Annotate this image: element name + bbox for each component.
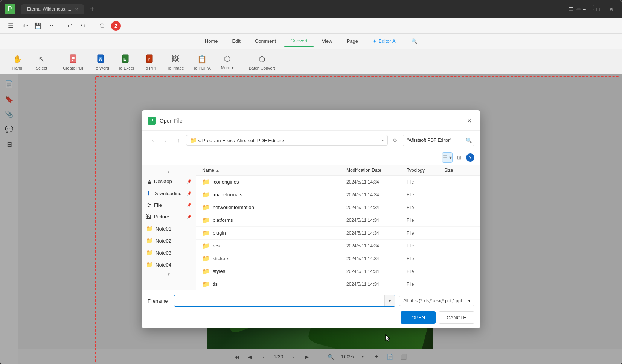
file-row-res[interactable]: 📁 res 2024/5/11 14:34 File xyxy=(196,240,480,252)
title-bar: P Eternal Wilderness...... ✕ + ☰ – □ ✕ xyxy=(0,0,622,18)
separator xyxy=(61,22,61,30)
dialog-close-button[interactable]: ✕ xyxy=(464,115,474,126)
folder-icon-2: 📁 xyxy=(202,191,210,198)
redo-button[interactable]: ↪ xyxy=(78,20,90,32)
to-image-button[interactable]: 🖼 To Image xyxy=(163,51,188,73)
tab-page[interactable]: Page xyxy=(340,36,365,46)
file-row-imageformats[interactable]: 📁 imageformats 2024/5/11 14:34 File xyxy=(196,188,480,201)
place-desktop[interactable]: 🖥 Desktop 📌 xyxy=(142,176,196,187)
to-pdfa-button[interactable]: 📋 To PDF/A xyxy=(189,51,215,73)
address-search-button[interactable]: 🔍 xyxy=(463,135,474,146)
to-excel-button[interactable]: E To Excel xyxy=(114,51,138,73)
dialog-body: ▲ 🖥 Desktop 📌 ⬇ Downloading 📌 🗂 xyxy=(142,165,480,290)
places-scroll-down: ▼ xyxy=(142,271,196,278)
places-panel: ▲ 🖥 Desktop 📌 ⬇ Downloading 📌 🗂 xyxy=(142,165,196,290)
file-menu-label[interactable]: File xyxy=(18,21,30,30)
note01-icon: 📁 xyxy=(146,225,153,232)
tab-comment[interactable]: Comment xyxy=(248,36,283,46)
undo-button[interactable]: ↩ xyxy=(64,20,76,32)
close-button[interactable]: ✕ xyxy=(605,5,617,14)
tab-view[interactable]: View xyxy=(315,36,339,46)
app-window: P Eternal Wilderness...... ✕ + ☰ – □ ✕ ☰… xyxy=(0,0,622,364)
desktop-pin-icon: 📌 xyxy=(187,179,191,184)
svg-rect-6 xyxy=(99,57,102,58)
col-name-header[interactable]: Name ▲ xyxy=(202,168,346,173)
file-row-iconengines[interactable]: 📁 iconengines 2024/5/11 14:34 File xyxy=(196,176,480,188)
app-tab[interactable]: Eternal Wilderness...... ✕ xyxy=(21,4,84,14)
file-row-networkinformation[interactable]: 📁 networkinformation 2024/5/11 14:34 Fil… xyxy=(196,201,480,214)
back-button[interactable]: ‹ xyxy=(148,135,158,146)
col-date-header[interactable]: Modification Date xyxy=(346,168,407,173)
up-button[interactable]: ↑ xyxy=(173,135,184,146)
place-downloading[interactable]: ⬇ Downloading 📌 xyxy=(142,187,196,199)
file-row-tls[interactable]: 📁 tls 2024/5/11 14:34 File xyxy=(196,278,480,290)
search-nav-button[interactable]: 🔍 xyxy=(404,36,424,46)
tab-close-icon[interactable]: ✕ xyxy=(75,7,78,11)
tab-editor-ai[interactable]: ✦ Editor AI xyxy=(366,36,404,47)
place-note04[interactable]: 📁 Note04 xyxy=(142,259,196,271)
address-bar: ‹ › ↑ 📁 « Program Files › Afirstsoft PDF… xyxy=(142,131,480,150)
to-excel-label: To Excel xyxy=(118,66,134,70)
batch-convert-button[interactable]: ⬡ Batch Convert xyxy=(245,51,279,73)
filetype-value: All files (*.xls;*.xlsx;*.ppt;*.ppt xyxy=(403,298,462,303)
to-word-button[interactable]: W To Word xyxy=(90,51,113,73)
to-ppt-icon: P xyxy=(144,53,156,65)
address-search-input[interactable] xyxy=(403,136,463,145)
new-tab-button[interactable]: + xyxy=(87,4,98,14)
tab-convert[interactable]: Convert xyxy=(284,36,314,47)
more-button[interactable]: ⬡ More ▾ xyxy=(216,50,239,73)
folder-icon: 📁 xyxy=(202,178,210,185)
create-pdf-button[interactable]: Create PDF xyxy=(59,51,88,73)
hand-tool-button[interactable]: ✋ Hand xyxy=(6,51,29,73)
filename-input[interactable] xyxy=(174,296,384,306)
refresh-button[interactable]: ⟳ xyxy=(390,135,401,146)
help-button[interactable]: ? xyxy=(466,153,474,162)
batch-convert-icon: ⬡ xyxy=(256,53,268,65)
forward-button[interactable]: › xyxy=(160,135,171,146)
place-file[interactable]: 🗂 File 📌 xyxy=(142,199,196,211)
main-area: 📄 🔖 📎 💬 🖥 ⏮ ◀ ‹ 1/20 › ▶ xyxy=(0,74,622,364)
dialog-title-icon: P xyxy=(148,117,156,125)
list-view-button[interactable]: ☰ ▾ xyxy=(442,152,453,163)
select-tool-button[interactable]: ↖ Select xyxy=(30,51,53,73)
place-note02[interactable]: 📁 Note02 xyxy=(142,235,196,247)
note04-icon: 📁 xyxy=(146,261,153,268)
to-ppt-button[interactable]: P To PPT xyxy=(139,51,162,73)
file-row-plugin[interactable]: 📁 plugin 2024/5/11 14:34 File xyxy=(196,227,480,240)
place-note03[interactable]: 📁 Note03 xyxy=(142,247,196,259)
print-button[interactable]: 🖨 xyxy=(46,20,58,32)
address-search: 🔍 xyxy=(403,135,474,146)
to-excel-icon: E xyxy=(120,53,132,65)
save-button[interactable]: 💾 xyxy=(32,20,44,32)
file-name-styles: 📁 styles xyxy=(202,268,346,275)
cancel-button[interactable]: CANCLE xyxy=(439,311,474,324)
to-pdfa-label: To PDF/A xyxy=(193,66,211,70)
place-note03-label: Note03 xyxy=(156,250,171,256)
address-path[interactable]: 📁 « Program Files › Afirstsoft PDF Edito… xyxy=(186,135,388,146)
dots-menu-button[interactable]: ⋮ xyxy=(587,2,599,14)
open-button[interactable]: OPEN xyxy=(401,311,436,324)
file-list-header: Name ▲ Modification Date Typology Size xyxy=(196,165,480,176)
place-note01[interactable]: 📁 Note01 xyxy=(142,223,196,235)
filename-dropdown-button[interactable]: ▾ xyxy=(384,295,395,306)
filetype-select[interactable]: All files (*.xls;*.xlsx;*.ppt;*.ppt ▾ xyxy=(399,296,474,306)
path-text: « Program Files › Afirstsoft PDF Editor … xyxy=(198,138,284,143)
hamburger-menu-button[interactable]: ☰ xyxy=(5,20,17,32)
file-list: Name ▲ Modification Date Typology Size 📁 xyxy=(196,165,480,290)
grid-view-button[interactable]: ⊞ xyxy=(454,152,465,163)
file-row-platforms[interactable]: 📁 platforms 2024/5/11 14:34 File xyxy=(196,214,480,227)
col-type-header[interactable]: Typology xyxy=(407,168,444,173)
cloud-icon-button[interactable]: ☁ xyxy=(572,2,584,14)
col-size-header[interactable]: Size xyxy=(444,168,474,173)
tab-bar: Eternal Wilderness...... ✕ xyxy=(21,4,84,14)
tab-edit[interactable]: Edit xyxy=(225,36,247,46)
open-file-dialog: P Open File ✕ ‹ › ↑ 📁 « Program Files › … xyxy=(142,110,480,328)
file-row-stickers[interactable]: 📁 stickers 2024/5/11 14:34 File xyxy=(196,252,480,265)
step-badge: 2 xyxy=(111,21,121,31)
place-picture[interactable]: 🖼 Picture 📌 xyxy=(142,211,196,223)
file-row-styles[interactable]: 📁 styles 2024/5/11 14:34 File xyxy=(196,265,480,278)
folder-icon-7: 📁 xyxy=(202,255,210,262)
share-button[interactable]: ⬡ xyxy=(96,20,108,32)
tab-home[interactable]: Home xyxy=(198,36,225,46)
ai-icon: ✦ xyxy=(372,38,377,44)
